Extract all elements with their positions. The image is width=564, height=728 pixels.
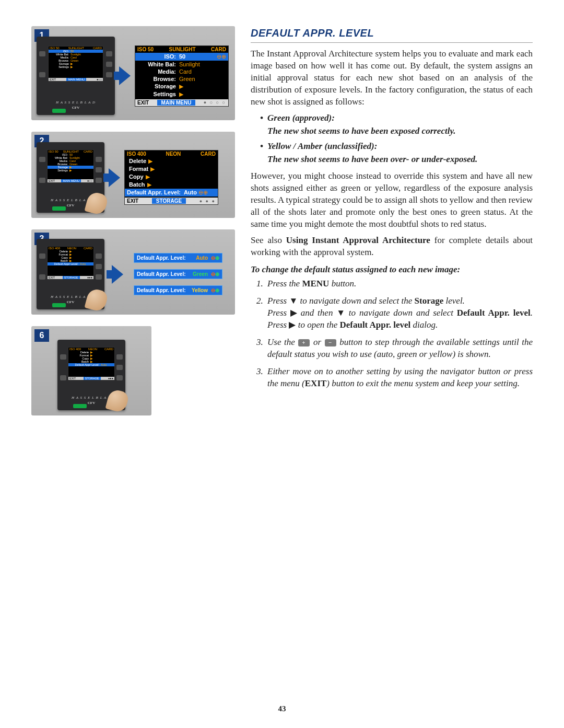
main-menu-screen: ISO 50SUNLIGHTCARD ISO:50 ⊖⊕ White Bal:S…: [135, 45, 229, 107]
nav-right-icon: ▶: [290, 307, 297, 319]
panel-6-number: 6: [34, 329, 49, 342]
hand-icon: [105, 388, 130, 413]
arrow-right-icon: [119, 66, 131, 85]
storage-menu-screen: ISO 400NEONCARD Delete▶ Format▶ Copy▶ Ba…: [124, 150, 218, 205]
plus-button-icon: [298, 339, 310, 346]
step-1: Press the MENU button.: [265, 278, 533, 290]
bullet-green-desc: The new shot seems to have been exposed …: [267, 125, 533, 137]
level-pill-yellow: Default Appr. Level:Yellow⊖⊕: [134, 285, 222, 295]
override-paragraph: However, you might choose instead to ove…: [251, 170, 533, 230]
bullet-yellow-desc: The new shot seems to have been over- or…: [267, 154, 533, 166]
camera-back-device: ISO 50SUNLIGHTCARD ISO:50 White Bal:Sunl…: [37, 37, 115, 115]
instruction-steps: Press the MENU button. Press ▼ to naviga…: [265, 278, 533, 390]
camera-back-device: ISO 50SUNLIGHTCARD ISO:50 White Bal:Sunl…: [37, 142, 104, 213]
page-number: 43: [0, 704, 564, 713]
hand-icon: [84, 287, 109, 313]
instructions-title: To change the default status assigned to…: [251, 264, 533, 276]
level-pill-green: Default Appr. Level:Green⊖⊕: [134, 269, 222, 279]
panel-1: 1 ISO 50SUNLIGHTCARD ISO:50 White Bal:Su…: [31, 26, 235, 120]
step-3: Use the or button to step through the av…: [265, 337, 533, 361]
hand-icon: [84, 191, 109, 216]
panel-3: 3 ISO 400NEONCARD Delete▶ Format▶ Copy▶ …: [31, 229, 235, 315]
appr-level-options: Default Appr. Level:Auto⊖⊕ Default Appr.…: [134, 253, 222, 295]
nav-down-icon: ▼: [336, 307, 345, 319]
minus-button-icon: [325, 339, 336, 346]
panel-2: 2 ISO 50SUNLIGHTCARD ISO:50 White Bal:Su…: [31, 132, 235, 218]
intro-paragraph: The Instant Approval Architecture system…: [251, 48, 533, 108]
step-4: Either move on to another setting by usi…: [265, 366, 533, 390]
bullet-green-title: Green (approved):: [260, 112, 533, 124]
camera-back-device: ISO 400NEONCARD Delete▶ Format▶ Copy▶ Ba…: [57, 340, 125, 410]
camera-back-device: ISO 400NEONCARD Delete▶ Format▶ Copy▶ Ba…: [37, 239, 104, 309]
bullet-yellow-title: Yellow / Amber (unclassified):: [260, 141, 533, 153]
panel-6: 6 ISO 400NEONCARD Delete▶ Format▶ Copy▶ …: [31, 326, 151, 415]
nav-right-icon: ▶: [289, 319, 296, 331]
right-column: DEFAULT APPR. LEVEL The Instant Approval…: [251, 26, 533, 427]
arrow-right-icon: [112, 265, 123, 284]
step-2: Press ▼ to navigate down and select the …: [265, 295, 533, 331]
level-pill-auto: Default Appr. Level:Auto⊖⊕: [134, 253, 222, 263]
see-also-paragraph: See also Using Instant Approval Architec…: [251, 235, 533, 259]
arrow-right-icon: [109, 168, 120, 187]
section-title: DEFAULT APPR. LEVEL: [251, 26, 533, 43]
left-column: 1 ISO 50SUNLIGHTCARD ISO:50 White Bal:Su…: [31, 26, 235, 427]
nav-down-icon: ▼: [289, 295, 298, 307]
